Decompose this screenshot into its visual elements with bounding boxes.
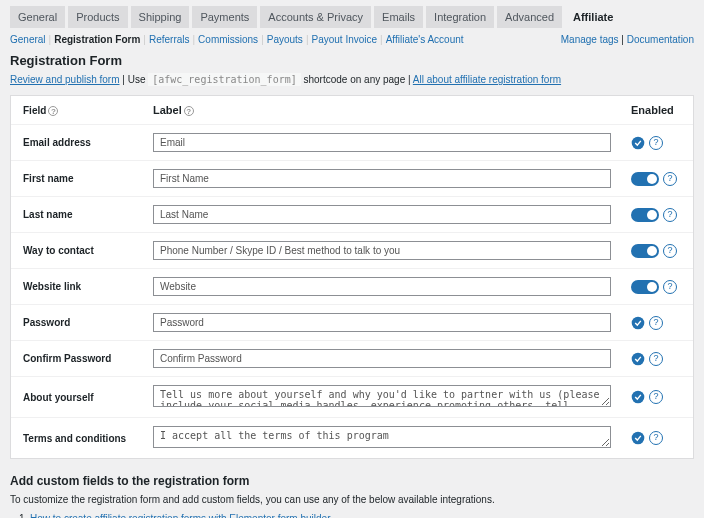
review-publish-link[interactable]: Review and publish form: [10, 74, 120, 85]
subnav-general[interactable]: General: [10, 34, 46, 45]
svg-point-3: [632, 391, 645, 404]
subnav: General|Registration Form|Referrals|Comm…: [10, 34, 694, 45]
label-input[interactable]: I accept all the terms of this program: [153, 426, 611, 448]
form-row: Last name?: [11, 196, 693, 232]
custom-heading: Add custom fields to the registration fo…: [10, 474, 694, 488]
form-row: Way to contact?: [11, 232, 693, 268]
help-icon[interactable]: ?: [663, 244, 677, 258]
help-icon[interactable]: ?: [649, 352, 663, 366]
enabled-toggle[interactable]: [631, 280, 659, 294]
custom-fields-section: Add custom fields to the registration fo…: [10, 474, 694, 518]
enabled-toggle[interactable]: [631, 172, 659, 186]
tab-advanced[interactable]: Advanced: [497, 6, 562, 28]
svg-point-0: [632, 136, 645, 149]
subnav-right: Manage tags | Documentation: [561, 34, 694, 45]
shortcode: [afwc_registration_form]: [148, 73, 301, 86]
help-icon[interactable]: ?: [48, 106, 58, 116]
label-input[interactable]: [153, 277, 611, 296]
enabled-toggle[interactable]: [631, 208, 659, 222]
field-label: About yourself: [23, 392, 153, 403]
check-enabled-icon: [631, 352, 645, 366]
label-input[interactable]: [153, 313, 611, 332]
form-header: Field? Label? Enabled: [11, 96, 693, 124]
help-icon[interactable]: ?: [663, 280, 677, 294]
help-icon[interactable]: ?: [649, 316, 663, 330]
label-input[interactable]: Tell us more about yourself and why you'…: [153, 385, 611, 407]
subnav-affiliate-s-account[interactable]: Affiliate's Account: [386, 34, 464, 45]
field-label: Website link: [23, 281, 153, 292]
svg-point-4: [632, 432, 645, 445]
field-label: First name: [23, 173, 153, 184]
form-row: Password?: [11, 304, 693, 340]
subtitle: Review and publish form | Use [afwc_regi…: [10, 74, 694, 85]
subnav-active: Registration Form: [54, 34, 140, 45]
header-field: Field?: [23, 105, 153, 116]
label-input[interactable]: [153, 205, 611, 224]
label-input[interactable]: [153, 349, 611, 368]
tab-payments[interactable]: Payments: [192, 6, 257, 28]
subnav-commissions[interactable]: Commissions: [198, 34, 258, 45]
label-input[interactable]: [153, 133, 611, 152]
help-icon[interactable]: ?: [663, 208, 677, 222]
help-icon[interactable]: ?: [184, 106, 194, 116]
form-row: Email address?: [11, 124, 693, 160]
tab-general[interactable]: General: [10, 6, 65, 28]
tab-affiliate[interactable]: Affiliate: [565, 6, 621, 28]
form-row: About yourselfTell us more about yoursel…: [11, 376, 693, 417]
field-label: Password: [23, 317, 153, 328]
field-label: Last name: [23, 209, 153, 220]
form-row: Website link?: [11, 268, 693, 304]
header-enabled: Enabled: [631, 104, 681, 116]
manage-tags-link[interactable]: Manage tags: [561, 34, 619, 45]
tab-shipping[interactable]: Shipping: [131, 6, 190, 28]
page-title: Registration Form: [10, 53, 694, 68]
tab-products[interactable]: Products: [68, 6, 127, 28]
tab-integration[interactable]: Integration: [426, 6, 494, 28]
field-label: Way to contact: [23, 245, 153, 256]
label-input[interactable]: [153, 241, 611, 260]
registration-form-panel: Field? Label? Enabled Email address?Firs…: [10, 95, 694, 459]
subnav-payout-invoice[interactable]: Payout Invoice: [311, 34, 377, 45]
field-label: Confirm Password: [23, 353, 153, 364]
check-enabled-icon: [631, 431, 645, 445]
help-icon[interactable]: ?: [649, 136, 663, 150]
tab-emails[interactable]: Emails: [374, 6, 423, 28]
enabled-toggle[interactable]: [631, 244, 659, 258]
subnav-payouts[interactable]: Payouts: [267, 34, 303, 45]
check-enabled-icon: [631, 390, 645, 404]
custom-desc: To customize the registration form and a…: [10, 494, 694, 505]
svg-point-2: [632, 352, 645, 365]
all-about-link[interactable]: All about affiliate registration form: [413, 74, 561, 85]
svg-point-1: [632, 316, 645, 329]
tab-accounts-privacy[interactable]: Accounts & Privacy: [260, 6, 371, 28]
label-input[interactable]: [153, 169, 611, 188]
header-label: Label?: [153, 104, 611, 116]
primary-tabs: GeneralProductsShippingPaymentsAccounts …: [10, 6, 694, 28]
form-row: Confirm Password?: [11, 340, 693, 376]
help-icon[interactable]: ?: [649, 431, 663, 445]
check-enabled-icon: [631, 316, 645, 330]
documentation-link[interactable]: Documentation: [627, 34, 694, 45]
subnav-referrals[interactable]: Referrals: [149, 34, 190, 45]
field-label: Terms and conditions: [23, 433, 153, 444]
form-row: First name?: [11, 160, 693, 196]
field-label: Email address: [23, 137, 153, 148]
check-enabled-icon: [631, 136, 645, 150]
help-icon[interactable]: ?: [663, 172, 677, 186]
custom-link-elementor[interactable]: How to create affiliate registration for…: [30, 513, 331, 518]
help-icon[interactable]: ?: [649, 390, 663, 404]
form-row: Terms and conditionsI accept all the ter…: [11, 417, 693, 458]
